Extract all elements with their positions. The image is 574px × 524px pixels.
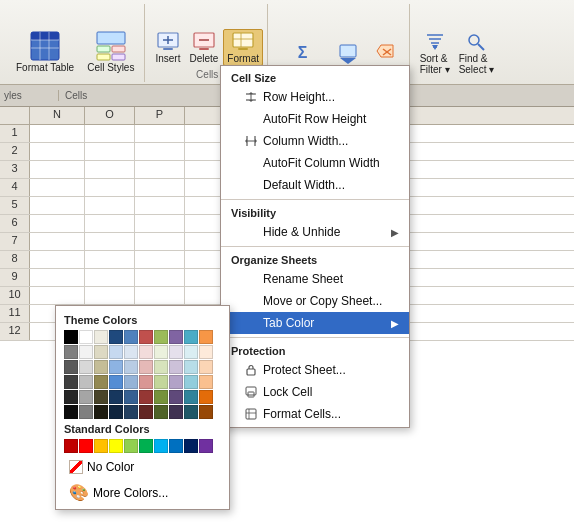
theme-color-swatch[interactable] <box>139 390 153 404</box>
cell[interactable] <box>135 143 185 161</box>
theme-color-swatch[interactable] <box>109 405 123 419</box>
theme-color-swatch[interactable] <box>79 390 93 404</box>
theme-color-swatch[interactable] <box>199 405 213 419</box>
cell[interactable] <box>30 233 85 251</box>
rename-sheet-menu-item[interactable]: Rename Sheet <box>221 268 409 290</box>
cell[interactable] <box>30 215 85 233</box>
theme-color-swatch[interactable] <box>154 390 168 404</box>
cell[interactable] <box>185 287 223 305</box>
theme-color-swatch[interactable] <box>169 405 183 419</box>
theme-color-swatch[interactable] <box>64 330 78 344</box>
theme-color-swatch[interactable] <box>109 375 123 389</box>
cell[interactable] <box>85 287 135 305</box>
theme-color-swatch[interactable] <box>64 390 78 404</box>
theme-color-swatch[interactable] <box>169 360 183 374</box>
theme-color-swatch[interactable] <box>124 405 138 419</box>
standard-color-swatch[interactable] <box>64 439 78 453</box>
cell[interactable] <box>85 125 135 143</box>
cell[interactable] <box>30 161 85 179</box>
insert-button[interactable]: Insert <box>151 29 184 66</box>
cell[interactable] <box>185 179 223 197</box>
cell[interactable] <box>85 215 135 233</box>
standard-color-swatch[interactable] <box>94 439 108 453</box>
format-button[interactable]: Format <box>223 29 263 66</box>
theme-color-swatch[interactable] <box>199 390 213 404</box>
standard-color-swatch[interactable] <box>139 439 153 453</box>
theme-color-swatch[interactable] <box>79 330 93 344</box>
theme-color-swatch[interactable] <box>169 330 183 344</box>
autofit-col-menu-item[interactable]: AutoFit Column Width <box>221 152 409 174</box>
standard-color-swatch[interactable] <box>124 439 138 453</box>
move-copy-menu-item[interactable]: Move or Copy Sheet... <box>221 290 409 312</box>
cell[interactable] <box>30 251 85 269</box>
cell[interactable] <box>30 197 85 215</box>
theme-color-swatch[interactable] <box>79 375 93 389</box>
theme-color-swatch[interactable] <box>94 375 108 389</box>
col-header-n[interactable]: N <box>30 107 85 124</box>
theme-color-swatch[interactable] <box>124 360 138 374</box>
theme-color-swatch[interactable] <box>79 360 93 374</box>
col-header-o[interactable]: O <box>85 107 135 124</box>
theme-color-swatch[interactable] <box>94 405 108 419</box>
standard-color-swatch[interactable] <box>184 439 198 453</box>
cell[interactable] <box>185 197 223 215</box>
find-select-button[interactable]: Find &Select ▾ <box>455 29 499 77</box>
theme-color-swatch[interactable] <box>184 345 198 359</box>
cell[interactable] <box>30 179 85 197</box>
lock-cell-menu-item[interactable]: Lock Cell <box>221 381 409 403</box>
theme-color-swatch[interactable] <box>154 360 168 374</box>
cell[interactable] <box>185 161 223 179</box>
theme-color-swatch[interactable] <box>94 330 108 344</box>
standard-color-swatch[interactable] <box>169 439 183 453</box>
cell[interactable] <box>30 269 85 287</box>
theme-color-swatch[interactable] <box>169 390 183 404</box>
theme-color-swatch[interactable] <box>94 360 108 374</box>
theme-color-swatch[interactable] <box>124 345 138 359</box>
theme-color-swatch[interactable] <box>139 360 153 374</box>
cell[interactable] <box>185 125 223 143</box>
cell[interactable] <box>185 215 223 233</box>
cell[interactable] <box>85 269 135 287</box>
theme-color-swatch[interactable] <box>184 360 198 374</box>
theme-color-swatch[interactable] <box>64 345 78 359</box>
theme-color-swatch[interactable] <box>64 375 78 389</box>
theme-color-swatch[interactable] <box>124 330 138 344</box>
hide-unhide-menu-item[interactable]: Hide & Unhide ▶ <box>221 221 409 243</box>
tab-color-menu-item[interactable]: Tab Color ▶ <box>221 312 409 334</box>
theme-color-swatch[interactable] <box>199 330 213 344</box>
format-cells-menu-item[interactable]: Format Cells... <box>221 403 409 425</box>
cell[interactable] <box>85 197 135 215</box>
theme-color-swatch[interactable] <box>184 330 198 344</box>
theme-color-swatch[interactable] <box>79 345 93 359</box>
theme-color-swatch[interactable] <box>64 360 78 374</box>
cell[interactable] <box>185 143 223 161</box>
cell[interactable] <box>30 287 85 305</box>
cell[interactable] <box>185 251 223 269</box>
cell[interactable] <box>135 197 185 215</box>
theme-color-swatch[interactable] <box>169 375 183 389</box>
autofit-row-menu-item[interactable]: AutoFit Row Height <box>221 108 409 130</box>
cell[interactable] <box>135 161 185 179</box>
cell[interactable] <box>135 179 185 197</box>
theme-color-swatch[interactable] <box>199 360 213 374</box>
theme-color-swatch[interactable] <box>109 330 123 344</box>
theme-color-swatch[interactable] <box>184 405 198 419</box>
standard-color-swatch[interactable] <box>199 439 213 453</box>
cell[interactable] <box>135 287 185 305</box>
cell[interactable] <box>185 269 223 287</box>
cell[interactable] <box>85 233 135 251</box>
theme-color-swatch[interactable] <box>199 375 213 389</box>
cell[interactable] <box>135 269 185 287</box>
cell[interactable] <box>85 179 135 197</box>
default-width-menu-item[interactable]: Default Width... <box>221 174 409 196</box>
standard-color-swatch[interactable] <box>79 439 93 453</box>
col-header-p[interactable]: P <box>135 107 185 124</box>
cell[interactable] <box>85 161 135 179</box>
theme-color-swatch[interactable] <box>139 405 153 419</box>
cell[interactable] <box>135 233 185 251</box>
col-header-q[interactable] <box>185 107 223 124</box>
theme-color-swatch[interactable] <box>109 390 123 404</box>
theme-color-swatch[interactable] <box>124 390 138 404</box>
theme-color-swatch[interactable] <box>94 390 108 404</box>
cell-styles-button[interactable]: Cell Styles <box>81 26 140 77</box>
